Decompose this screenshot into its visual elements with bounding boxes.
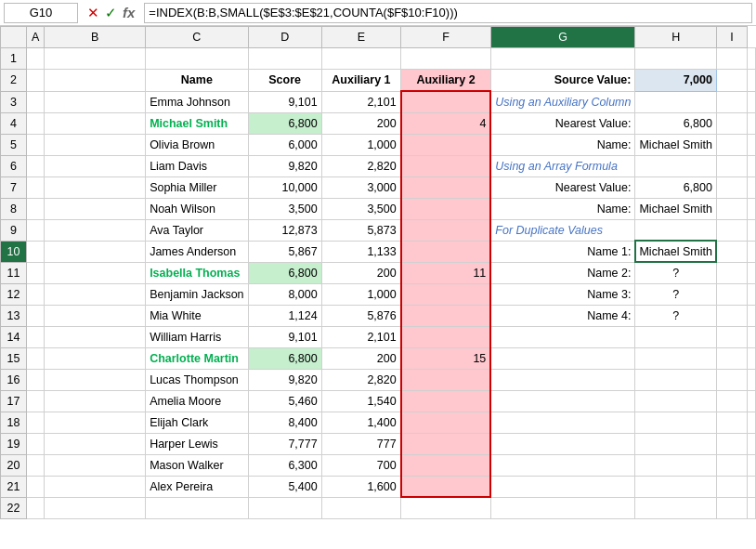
cell-16-B[interactable]: Lucas Thompson xyxy=(146,369,248,390)
cell-16-F[interactable] xyxy=(490,369,635,390)
cell-1-A[interactable] xyxy=(45,48,146,70)
col-header-f[interactable]: F xyxy=(401,27,491,48)
cell-18-I[interactable] xyxy=(748,412,756,433)
cell-22-B[interactable] xyxy=(146,497,248,518)
cell-16-H[interactable] xyxy=(716,369,747,390)
cell-9-A[interactable] xyxy=(27,219,45,241)
cell-9-F[interactable]: For Duplicate Values xyxy=(490,219,635,241)
cell-8-C[interactable]: 3,500 xyxy=(248,198,321,219)
cell-21-E[interactable] xyxy=(401,476,491,497)
cell-8-D[interactable]: 3,500 xyxy=(321,198,400,219)
cell-20-E[interactable] xyxy=(401,454,491,476)
cell-3-G[interactable] xyxy=(635,91,717,112)
cell-11-I[interactable] xyxy=(748,262,756,283)
cell-14-E[interactable] xyxy=(401,326,491,347)
cell-17-A[interactable] xyxy=(45,390,146,412)
cell-5-G[interactable]: Michael Smith xyxy=(635,134,717,155)
cell-20-D[interactable]: 700 xyxy=(321,454,400,476)
cell-10-D[interactable]: 1,133 xyxy=(321,241,400,262)
col-header-e[interactable]: E xyxy=(321,27,400,48)
cell-12-A[interactable] xyxy=(45,283,146,305)
cell-2-C[interactable]: Score xyxy=(248,70,321,92)
cell-9-G[interactable] xyxy=(635,219,717,241)
cell-21-B[interactable]: Alex Pereira xyxy=(146,476,248,497)
cell-4-A[interactable] xyxy=(45,112,146,134)
cell-19-B[interactable]: Harper Lewis xyxy=(146,433,248,454)
cell-12-D[interactable]: 1,000 xyxy=(321,283,400,305)
cell-22-A[interactable] xyxy=(27,497,45,518)
cell-8-E[interactable] xyxy=(401,198,491,219)
cell-1-I[interactable] xyxy=(748,48,756,70)
cell-1-B[interactable] xyxy=(146,48,248,70)
cell-17-E[interactable] xyxy=(401,390,491,412)
cell-9-E[interactable] xyxy=(401,219,491,241)
cell-18-C[interactable]: 8,400 xyxy=(248,412,321,433)
cell-5-A[interactable] xyxy=(27,134,45,155)
cell-5-D[interactable]: 1,000 xyxy=(321,134,400,155)
cell-19-A[interactable] xyxy=(27,433,45,454)
cell-8-B[interactable]: Noah Wilson xyxy=(146,198,248,219)
cell-22-G[interactable] xyxy=(635,497,717,518)
cell-11-E[interactable]: 11 xyxy=(401,262,491,283)
cell-21-A[interactable] xyxy=(45,476,146,497)
cell-22-F[interactable] xyxy=(490,497,635,518)
cell-1-C[interactable] xyxy=(248,48,321,70)
cell-13-H[interactable] xyxy=(716,305,747,326)
cell-2-G[interactable]: 7,000 xyxy=(635,70,717,92)
cell-14-I[interactable] xyxy=(748,326,756,347)
cell-11-A[interactable] xyxy=(27,262,45,283)
cell-11-B[interactable]: Isabella Thomas xyxy=(146,262,248,283)
cell-6-B[interactable]: Liam Davis xyxy=(146,155,248,176)
cell-5-H[interactable] xyxy=(716,134,747,155)
cell-6-I[interactable] xyxy=(748,155,756,176)
cell-15-B[interactable]: Charlotte Martin xyxy=(146,347,248,369)
cell-1-F[interactable] xyxy=(490,48,635,70)
cell-18-B[interactable]: Elijah Clark xyxy=(146,412,248,433)
cell-9-B[interactable]: Ava Taylor xyxy=(146,219,248,241)
col-header-c[interactable]: C xyxy=(146,27,248,48)
cell-6-E[interactable] xyxy=(401,155,491,176)
cell-1-D[interactable] xyxy=(321,48,400,70)
col-header-i[interactable]: I xyxy=(716,27,747,48)
cell-19-F[interactable] xyxy=(490,433,635,454)
cell-14-C[interactable]: 9,101 xyxy=(248,326,321,347)
cell-15-G[interactable] xyxy=(635,347,717,369)
cell-3-A[interactable] xyxy=(27,91,45,112)
cancel-icon[interactable]: ✕ xyxy=(85,5,101,21)
cell-10-I[interactable] xyxy=(748,241,756,262)
cell-5-F[interactable]: Name: xyxy=(490,134,635,155)
cell-14-A[interactable] xyxy=(45,326,146,347)
col-header-d[interactable]: D xyxy=(248,27,321,48)
cell-7-F[interactable]: Nearest Value: xyxy=(490,176,635,198)
cell-16-C[interactable]: 9,820 xyxy=(248,369,321,390)
cell-7-C[interactable]: 10,000 xyxy=(248,176,321,198)
cell-4-F[interactable]: Nearest Value: xyxy=(490,112,635,134)
cell-22-C[interactable] xyxy=(248,497,321,518)
cell-1-H[interactable] xyxy=(716,48,747,70)
formula-input[interactable] xyxy=(144,3,752,23)
cell-19-D[interactable]: 777 xyxy=(321,433,400,454)
cell-3-H[interactable] xyxy=(716,91,747,112)
cell-3-A[interactable] xyxy=(45,91,146,112)
confirm-icon[interactable]: ✓ xyxy=(103,5,119,21)
cell-16-E[interactable] xyxy=(401,369,491,390)
cell-15-A[interactable] xyxy=(45,347,146,369)
cell-2-D[interactable]: Auxiliary 1 xyxy=(321,70,400,92)
cell-13-G[interactable]: ? xyxy=(635,305,717,326)
cell-15-D[interactable]: 200 xyxy=(321,347,400,369)
cell-7-G[interactable]: 6,800 xyxy=(635,176,717,198)
cell-8-F[interactable]: Name: xyxy=(490,198,635,219)
cell-13-A[interactable] xyxy=(45,305,146,326)
cell-16-A[interactable] xyxy=(45,369,146,390)
cell-13-F[interactable]: Name 4: xyxy=(490,305,635,326)
cell-21-G[interactable] xyxy=(635,476,717,497)
cell-19-A[interactable] xyxy=(45,433,146,454)
cell-21-H[interactable] xyxy=(716,476,747,497)
cell-21-C[interactable]: 5,400 xyxy=(248,476,321,497)
cell-12-B[interactable]: Benjamin Jackson xyxy=(146,283,248,305)
cell-14-B[interactable]: William Harris xyxy=(146,326,248,347)
cell-6-H[interactable] xyxy=(716,155,747,176)
col-header-b[interactable]: B xyxy=(45,27,146,48)
cell-3-I[interactable] xyxy=(748,91,756,112)
cell-8-H[interactable] xyxy=(716,198,747,219)
